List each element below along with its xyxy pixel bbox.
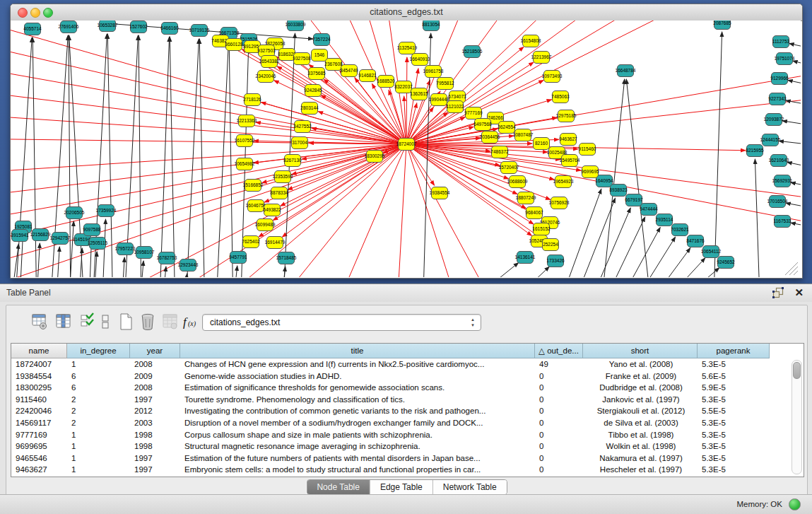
- svg-text:f: f: [183, 315, 188, 329]
- table-cell: Structural magnetic resonance image aver…: [180, 440, 535, 452]
- graph-node-label: 9327508: [293, 56, 311, 61]
- table-selector-dropdown[interactable]: citations_edges.txt ▲▼: [202, 314, 481, 331]
- table-mode-button[interactable]: [31, 313, 48, 331]
- graph-node-label: 11325419: [397, 45, 418, 50]
- table-cell: 6: [67, 382, 130, 394]
- graph-node-label: 7485063: [551, 94, 570, 99]
- table-cell: 18300295: [11, 382, 67, 394]
- graph-node-label: 10973493: [542, 74, 563, 78]
- close-panel-button[interactable]: ✕: [794, 286, 804, 299]
- network-canvas[interactable]: 4055714276914061065328715276026466160107…: [11, 21, 801, 277]
- graph-node-label: 10688609: [507, 179, 528, 184]
- table-row[interactable]: 977716911998Corpus callosum shape and si…: [11, 429, 804, 441]
- row-checklist-button[interactable]: [79, 313, 96, 331]
- table-cell: 0: [535, 452, 583, 465]
- graph-node-label: 8938923: [609, 187, 628, 192]
- table-cell: 9463627: [11, 464, 67, 476]
- table-row[interactable]: 911546021997Tourette syndrome. Phenomeno…: [11, 394, 804, 406]
- graph-node-label: 317004: [292, 140, 307, 145]
- table-cell: Jankovic et al. (1997): [583, 394, 698, 406]
- table-row[interactable]: 2242004622012Investigating the contribut…: [11, 405, 804, 417]
- rows-button[interactable]: [100, 313, 110, 331]
- table-cell: Estimation of the future numbers of pati…: [180, 452, 535, 465]
- graph-node-label: 3915941: [11, 233, 29, 238]
- graph-node-label: 7032621: [671, 227, 689, 232]
- show-columns-button[interactable]: [55, 313, 72, 331]
- graph-node-label: 12213363: [237, 118, 257, 123]
- table-cell: Disruption of a novel member of a sodium…: [180, 417, 535, 429]
- table-cell: 9699695: [11, 440, 67, 452]
- graph-node-label: 9227343: [768, 96, 787, 101]
- graph-node-label: 27691406: [59, 24, 79, 29]
- table-cell: de Silva et al. (2003): [583, 417, 698, 429]
- table-cell: Estimation of significance thresholds fo…: [180, 382, 535, 394]
- new-table-button[interactable]: [117, 313, 134, 331]
- graph-node-label: 12505115: [88, 240, 108, 245]
- graph-node-label: 18724007: [396, 141, 417, 146]
- table-cell: 2008: [130, 382, 180, 394]
- table-row[interactable]: 1872400712008Changes of HCN gene express…: [11, 358, 804, 370]
- table-cell: 2009: [130, 370, 180, 382]
- table-row[interactable]: 1938455462009Genome-wide association stu…: [11, 370, 804, 382]
- table-panel: Table Panel ✕: [0, 284, 812, 514]
- graph-node-label: 12942757: [50, 235, 71, 240]
- table-cell: 0: [535, 464, 583, 476]
- tab-node-table[interactable]: Node Table: [307, 480, 370, 494]
- graph-node-label: 16648784: [616, 68, 636, 73]
- function-builder-button[interactable]: f (x): [182, 313, 200, 331]
- table-cell: 9465546: [11, 452, 67, 465]
- column-header-name[interactable]: name: [11, 344, 67, 358]
- delete-rows-button[interactable]: [139, 313, 156, 331]
- graph-node-label: 19384554: [430, 190, 450, 195]
- graph-node-label: 12353593: [273, 174, 293, 179]
- table-cell: 6: [67, 370, 130, 382]
- tab-network-table[interactable]: Network Table: [433, 480, 507, 494]
- graph-node-label: 23420046: [256, 74, 276, 78]
- memory-status-indicator: [789, 498, 801, 510]
- graph-node-label: 7486372: [490, 149, 509, 154]
- table-cell: Tibbo et al. (1998): [583, 429, 698, 441]
- graph-node-label: 19904448: [429, 97, 449, 102]
- graph-node-label: 8813054: [422, 22, 440, 27]
- column-header-short[interactable]: short: [583, 344, 698, 358]
- network-window[interactable]: citations_edges.txt 40557142769140610653…: [10, 4, 803, 279]
- trash-icon: [139, 313, 156, 331]
- graph-node-label: 16099489: [255, 222, 276, 227]
- graph-node-label: 12923448: [178, 262, 199, 267]
- graph-node-label: 15495764: [560, 158, 580, 163]
- graph-node-label: 9115460: [579, 146, 596, 151]
- table-row[interactable]: 1830029562008Estimation of significance …: [11, 382, 804, 394]
- graph-node-label: 12213967: [531, 54, 552, 59]
- table-scrollbar[interactable]: [792, 360, 802, 474]
- table-cell: 0: [535, 394, 583, 406]
- graph-node-label: 20364456: [480, 134, 500, 139]
- scrollbar-thumb[interactable]: [793, 362, 801, 379]
- graph-node-label: 9474444: [640, 206, 658, 211]
- table-row[interactable]: 969969511998Structural magnetic resonanc…: [11, 440, 804, 452]
- graph-node-label: 6497568: [473, 122, 492, 127]
- column-header-title[interactable]: title: [180, 344, 535, 358]
- window-titlebar[interactable]: citations_edges.txt: [11, 4, 802, 21]
- graph-node-label: 16107552: [235, 138, 255, 143]
- table-row[interactable]: 946554611997Estimation of the future num…: [11, 452, 804, 465]
- graph-node-label: 2803144: [300, 105, 319, 110]
- table-cell: 18724007: [11, 358, 67, 370]
- status-bar: Memory: OK: [0, 494, 812, 514]
- tab-edge-table[interactable]: Edge Table: [370, 480, 433, 494]
- table-panel-title: Table Panel: [6, 288, 51, 298]
- table-cell: Wolkin et al. (1998): [583, 440, 698, 452]
- column-header-out_de[interactable]: △ out_de...: [535, 344, 583, 358]
- table-cell: 1998: [130, 440, 180, 452]
- graph-node-label: 9463627: [559, 136, 577, 141]
- float-panel-button[interactable]: [772, 287, 784, 298]
- table-cell: 5.6E-5: [698, 370, 770, 382]
- table-row[interactable]: 1456911722003Disruption of a novel membe…: [11, 417, 804, 429]
- graph-node-label: 14136141: [515, 255, 536, 259]
- table-cell: Changes of HCN gene expression and I(f) …: [180, 358, 535, 370]
- table-row[interactable]: 946362711997Embryonic stem cells: a mode…: [11, 464, 804, 476]
- column-header-pagerank[interactable]: pagerank: [698, 344, 770, 358]
- graph-node-label: 1615152: [532, 226, 551, 231]
- table-cell: 5.5E-5: [698, 405, 770, 417]
- column-header-in_degree[interactable]: in_degree: [67, 344, 130, 358]
- column-header-year[interactable]: year: [130, 344, 180, 358]
